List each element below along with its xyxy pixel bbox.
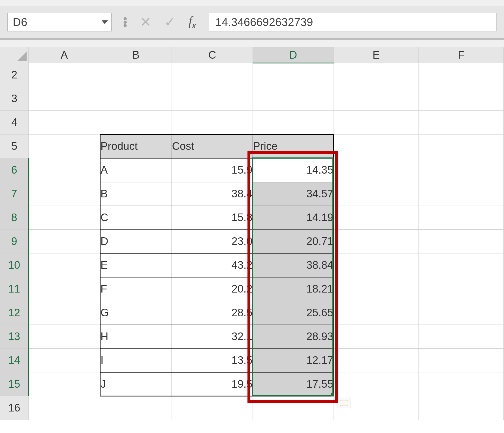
row-header-7[interactable]: 7 [0, 182, 29, 206]
row-header-8[interactable]: 8 [0, 206, 29, 230]
cell-F14[interactable] [419, 349, 504, 372]
column-header-C[interactable]: C [172, 47, 253, 63]
cell-B16[interactable] [100, 396, 172, 420]
cell-E13[interactable] [334, 325, 419, 349]
cell-F6[interactable] [419, 158, 504, 182]
cell-D16[interactable] [253, 396, 334, 420]
cell-B9[interactable]: D [100, 230, 172, 253]
cell-B12[interactable]: G [100, 301, 172, 325]
cell-F11[interactable] [419, 277, 504, 301]
cell-B4[interactable] [100, 111, 172, 135]
cell-E8[interactable] [334, 206, 419, 230]
insert-function-button[interactable]: fx [189, 15, 196, 29]
cell-F7[interactable] [419, 182, 504, 206]
cell-F5[interactable] [419, 135, 504, 158]
cell-B2[interactable] [100, 63, 172, 87]
cell-A9[interactable] [29, 230, 100, 253]
cell-E2[interactable] [334, 63, 419, 87]
row-header-12[interactable]: 12 [0, 301, 29, 325]
column-header-E[interactable]: E [334, 47, 419, 63]
cell-C12[interactable]: 28.5 [172, 301, 253, 325]
cell-C8[interactable]: 15.8 [172, 206, 253, 230]
cell-D15[interactable]: 17.55 [253, 372, 334, 396]
cell-E3[interactable] [334, 87, 419, 111]
row-header-15[interactable]: 15 [0, 372, 29, 396]
cell-A4[interactable] [29, 111, 100, 135]
cell-B6[interactable]: A [100, 158, 172, 182]
cell-A2[interactable] [29, 63, 100, 87]
cell-A11[interactable] [29, 277, 100, 301]
row-header-6[interactable]: 6 [0, 158, 29, 182]
cell-A12[interactable] [29, 301, 100, 325]
cell-F3[interactable] [419, 87, 504, 111]
enter-icon[interactable]: ✓ [164, 15, 176, 29]
column-header-B[interactable]: B [100, 47, 172, 63]
cell-A5[interactable] [29, 135, 100, 158]
cell-B14[interactable]: I [100, 349, 172, 372]
row-header-13[interactable]: 13 [0, 325, 29, 349]
cell-E11[interactable] [334, 277, 419, 301]
cell-E5[interactable] [334, 135, 419, 158]
cell-A14[interactable] [29, 349, 100, 372]
cell-C16[interactable] [172, 396, 253, 420]
cell-D14[interactable]: 12.17 [253, 349, 334, 372]
cell-C5[interactable]: Cost [172, 135, 253, 158]
cell-E12[interactable] [334, 301, 419, 325]
cell-B5[interactable]: Product [100, 135, 172, 158]
cell-D6[interactable]: 14.35 [253, 158, 334, 182]
cell-C7[interactable]: 38.4 [172, 182, 253, 206]
row-header-10[interactable]: 10 [0, 253, 29, 277]
cell-D8[interactable]: 14.19 [253, 206, 334, 230]
cell-E10[interactable] [334, 253, 419, 277]
cell-D7[interactable]: 34.57 [253, 182, 334, 206]
cell-F13[interactable] [419, 325, 504, 349]
row-header-16[interactable]: 16 [0, 396, 29, 420]
cancel-icon[interactable]: ✕ [140, 15, 151, 29]
cell-E7[interactable] [334, 182, 419, 206]
cell-E15[interactable] [334, 372, 419, 396]
row-header-4[interactable]: 4 [0, 111, 29, 135]
cell-C10[interactable]: 43.2 [172, 253, 253, 277]
autofill-options-icon[interactable] [338, 398, 351, 408]
cell-B7[interactable]: B [100, 182, 172, 206]
column-header-D[interactable]: D [253, 47, 334, 63]
cell-E9[interactable] [334, 230, 419, 253]
cell-D2[interactable] [253, 63, 334, 87]
cell-F4[interactable] [419, 111, 504, 135]
cell-D4[interactable] [253, 111, 334, 135]
spreadsheet-grid[interactable]: ABCDEF2345ProductCostPrice6A15.914.357B3… [0, 47, 504, 433]
cell-B11[interactable]: F [100, 277, 172, 301]
row-header-11[interactable]: 11 [0, 277, 29, 301]
cell-B13[interactable]: H [100, 325, 172, 349]
row-header-2[interactable]: 2 [0, 63, 29, 87]
select-all-corner[interactable] [0, 47, 29, 63]
cell-E4[interactable] [334, 111, 419, 135]
cell-B10[interactable]: E [100, 253, 172, 277]
cell-C14[interactable]: 13.5 [172, 349, 253, 372]
row-header-5[interactable]: 5 [0, 135, 29, 158]
row-header-14[interactable]: 14 [0, 349, 29, 372]
cell-E14[interactable] [334, 349, 419, 372]
column-header-F[interactable]: F [419, 47, 504, 63]
cell-C3[interactable] [172, 87, 253, 111]
cell-D11[interactable]: 18.21 [253, 277, 334, 301]
cell-D9[interactable]: 20.71 [253, 230, 334, 253]
cell-F15[interactable] [419, 372, 504, 396]
cell-B15[interactable]: J [100, 372, 172, 396]
cell-D12[interactable]: 25.65 [253, 301, 334, 325]
formula-input[interactable]: 14.3466692632739 [209, 13, 497, 31]
cell-F2[interactable] [419, 63, 504, 87]
cell-F10[interactable] [419, 253, 504, 277]
cell-A15[interactable] [29, 372, 100, 396]
cell-D10[interactable]: 38.84 [253, 253, 334, 277]
cell-D3[interactable] [253, 87, 334, 111]
cell-F16[interactable] [419, 396, 504, 420]
cell-A8[interactable] [29, 206, 100, 230]
cell-C15[interactable]: 19.5 [172, 372, 253, 396]
name-box[interactable]: D6 [7, 13, 112, 31]
cell-F8[interactable] [419, 206, 504, 230]
cell-F9[interactable] [419, 230, 504, 253]
cell-F12[interactable] [419, 301, 504, 325]
cell-B3[interactable] [100, 87, 172, 111]
cell-B8[interactable]: C [100, 206, 172, 230]
